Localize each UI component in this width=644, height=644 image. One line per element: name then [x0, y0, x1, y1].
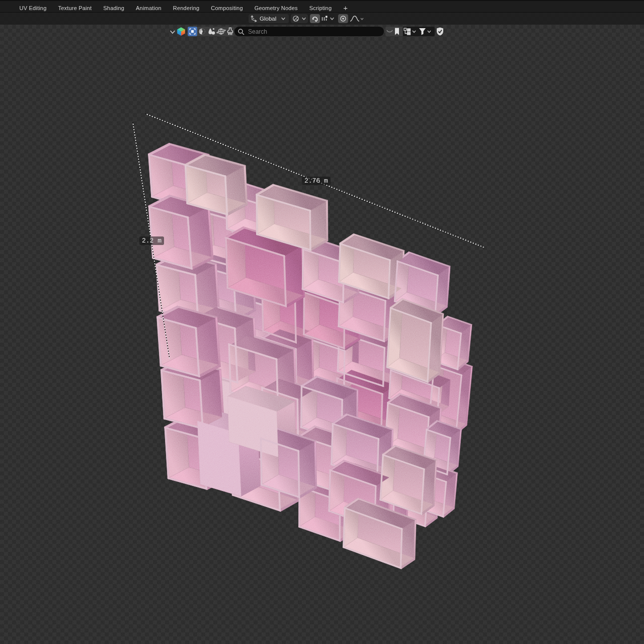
svg-text:Global: Global — [260, 16, 276, 22]
